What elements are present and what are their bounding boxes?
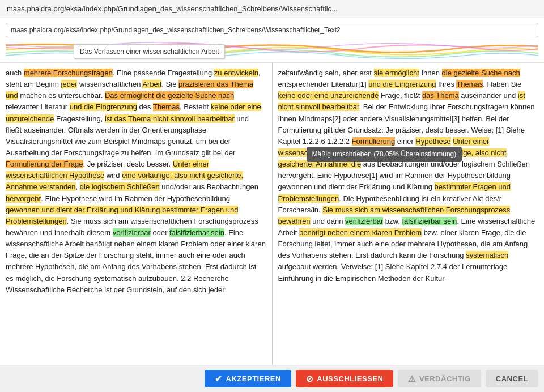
suspicious-icon: ⚠: [408, 374, 416, 383]
lines-tooltip: Das Verfassen einer wissenschaftlichen A…: [74, 44, 225, 59]
url-bar-container: [0, 18, 544, 40]
cancel-button[interactable]: CANCEL: [486, 370, 538, 387]
right-pane[interactable]: Mäßig umschrieben (78.05% Übereinstimmun…: [273, 63, 545, 365]
bottom-toolbar: ✔ AKZEPTIEREN ⊘ AUSSCHLIESSEN ⚠ VERDÄCHT…: [0, 365, 544, 392]
colorful-lines-area: Das Verfassen einer wissenschaftlichen A…: [6, 40, 538, 62]
exclude-button[interactable]: ⊘ AUSSCHLIESSEN: [296, 370, 394, 387]
exclude-icon: ⊘: [306, 374, 314, 383]
left-pane[interactable]: auch mehrere Forschungsfragen. Eine pass…: [0, 63, 273, 365]
title-bar: maas.phaidra.org/eksa/index.php/Grundlag…: [0, 0, 544, 18]
accept-icon: ✔: [215, 374, 223, 383]
url-input[interactable]: [6, 23, 538, 37]
title-text: maas.phaidra.org/eksa/index.php/Grundlag…: [7, 5, 338, 13]
suspicious-button: ⚠ VERDÄCHTIG: [398, 370, 481, 387]
accept-button[interactable]: ✔ AKZEPTIEREN: [205, 370, 291, 387]
content-area: auch mehrere Forschungsfragen. Eine pass…: [0, 62, 544, 365]
